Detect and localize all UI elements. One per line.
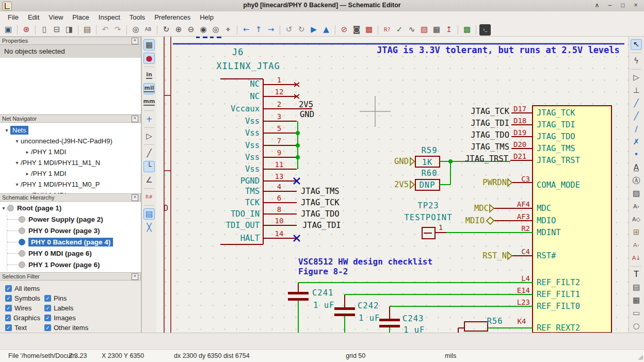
- refresh-icon[interactable]: ↻: [160, 24, 172, 36]
- add-text-icon[interactable]: T: [631, 269, 642, 280]
- filter-checkbox-other-items[interactable]: ✓Other items: [44, 324, 88, 332]
- scripting-console-icon[interactable]: ›_: [479, 24, 491, 36]
- add-text-box-icon[interactable]: ▤: [631, 282, 642, 293]
- add-symbol-icon[interactable]: ▷: [631, 72, 642, 83]
- zoom-to-selection-icon[interactable]: ⌖: [222, 24, 234, 36]
- close-icon[interactable]: ×: [132, 116, 138, 122]
- units-mils-icon[interactable]: mil: [143, 83, 155, 94]
- rotate-ccw-icon[interactable]: ↺: [283, 24, 295, 36]
- tree-expander-icon[interactable]: ▸: [24, 149, 31, 155]
- menu-inspect[interactable]: Inspect: [94, 12, 125, 22]
- assign-footprints-icon[interactable]: ▧: [418, 24, 430, 36]
- add-rule-area-icon[interactable]: ▨: [631, 188, 642, 199]
- filter-checkbox-text[interactable]: ✓Text: [5, 324, 40, 332]
- filter-checkbox-wires[interactable]: ✓Wires: [5, 304, 40, 312]
- tree-expander-icon[interactable]: ▸: [24, 171, 31, 176]
- mirror-horizontal-icon[interactable]: ▶: [308, 24, 319, 36]
- menu-edit[interactable]: Edit: [23, 12, 44, 22]
- panel-settings-icon[interactable]: ╳: [143, 222, 155, 233]
- add-no-connect-icon[interactable]: ✗: [631, 137, 642, 147]
- menu-help[interactable]: Help: [195, 12, 218, 22]
- close-icon[interactable]: ×: [132, 194, 138, 201]
- symbol-editor-icon[interactable]: ▩: [363, 24, 375, 36]
- import-sheet-pin-icon[interactable]: A↓: [631, 253, 642, 264]
- annotate-automatically-icon[interactable]: R#: [143, 191, 155, 203]
- add-bus-icon[interactable]: ╱: [631, 111, 642, 122]
- tree-expander-icon[interactable]: ▾: [13, 160, 21, 166]
- show-hidden-pins-icon[interactable]: ⊘: [339, 24, 350, 36]
- filter-checkbox-labels[interactable]: ✓Labels: [44, 304, 73, 312]
- 45deg-wires-icon[interactable]: ∠: [143, 174, 155, 186]
- zoom-out-icon[interactable]: ⊖: [185, 24, 197, 36]
- open-pcb-editor-icon[interactable]: ▩: [461, 24, 473, 36]
- menu-tools[interactable]: Tools: [125, 12, 150, 22]
- add-wire-icon[interactable]: ╱: [631, 98, 642, 109]
- add-junction-icon[interactable]: •: [631, 150, 642, 160]
- erc-icon[interactable]: ✓: [394, 24, 405, 36]
- schematic-setup-icon[interactable]: ⊛: [21, 24, 32, 36]
- window-close-button[interactable]: ×: [632, 1, 640, 9]
- net-tree-item[interactable]: ▸/PHY 1 MDI: [0, 146, 141, 157]
- add-power-symbol-icon[interactable]: ⊥: [631, 85, 642, 96]
- add-table-icon[interactable]: ▦: [631, 295, 642, 306]
- select-tool-icon[interactable]: ↖: [631, 39, 642, 50]
- schematic-canvas[interactable]: J6XILINX_JTAGNCNCVccauxVssVssVssVssVssPG…: [156, 37, 629, 333]
- hierarchy-sheet-item[interactable]: PHY 1 Power (page 6): [0, 259, 141, 270]
- annotate-icon[interactable]: R?: [381, 24, 393, 36]
- hierarchy-sheet-item[interactable]: Power Supply (page 2): [0, 213, 141, 225]
- add-sheet-pin-icon[interactable]: A›: [631, 240, 642, 251]
- rotate-cw-icon[interactable]: ↻: [296, 24, 307, 36]
- symbol-fields-table-icon[interactable]: ▦: [431, 24, 442, 36]
- window-maximize-button[interactable]: □: [619, 1, 627, 9]
- filter-checkbox-images[interactable]: ✓Images: [44, 314, 76, 322]
- net-tree-item[interactable]: ▸/PHY 1 MDI: [0, 168, 141, 179]
- add-net-label-icon[interactable]: A: [631, 162, 642, 173]
- hierarchy-sheet-item[interactable]: PHY 0 Backend (page 4): [0, 236, 141, 248]
- filter-checkbox-pins[interactable]: ✓Pins: [44, 294, 67, 302]
- highlight-net-icon[interactable]: ϟ: [631, 56, 642, 67]
- cursor-shape-icon[interactable]: +: [143, 113, 155, 125]
- add-circle-icon[interactable]: ○: [631, 321, 642, 332]
- menu-view[interactable]: View: [44, 12, 68, 22]
- menu-place[interactable]: Place: [68, 12, 94, 22]
- find-icon[interactable]: ◎: [130, 24, 141, 36]
- add-rectangle-icon[interactable]: ▭: [631, 308, 642, 319]
- hierarchy-navigator-icon[interactable]: ▤: [143, 208, 155, 220]
- export-bom-icon[interactable]: ↥: [443, 24, 455, 36]
- new-schematic-icon[interactable]: ▯: [39, 24, 50, 36]
- redo-icon[interactable]: ↷: [112, 24, 123, 36]
- tree-expander-icon[interactable]: ▾: [13, 182, 21, 187]
- tree-expander-icon[interactable]: ▾: [13, 138, 21, 144]
- save-icon[interactable]: ▣: [3, 24, 14, 36]
- close-icon[interactable]: ×: [132, 38, 138, 44]
- menu-preferences[interactable]: Preferences: [150, 12, 195, 22]
- simulator-icon[interactable]: ∿: [406, 24, 417, 36]
- add-netclass-directive-icon[interactable]: Ⓐ: [631, 175, 642, 186]
- add-sheet-icon[interactable]: ⊞: [631, 227, 642, 238]
- net-tree-item[interactable]: ▾Nets: [0, 125, 141, 136]
- net-tree-item[interactable]: ▾unconnected-(J9H-NC-PadH9): [0, 136, 141, 146]
- paste-icon[interactable]: ▤: [82, 24, 93, 36]
- navigate-forward-icon[interactable]: →: [265, 24, 277, 36]
- undo-icon[interactable]: ↶: [100, 24, 111, 36]
- net-tree-item[interactable]: ▾/PHY 1 MDI/PHY11_M0_P: [0, 179, 141, 190]
- navigate-back-icon[interactable]: ←: [240, 24, 252, 36]
- symbol-library-browser-icon[interactable]: ◙: [351, 24, 362, 36]
- print-icon[interactable]: ⊟: [51, 24, 62, 36]
- zoom-to-objects-icon[interactable]: ◎: [210, 24, 221, 36]
- hierarchy-sheet-item[interactable]: PHY 0 Power (page 3): [0, 225, 141, 236]
- menu-file[interactable]: File: [3, 12, 23, 22]
- filter-checkbox-graphics[interactable]: ✓Graphics: [5, 314, 40, 322]
- filter-checkbox-all-items[interactable]: ✓All items: [5, 285, 40, 292]
- units-mm-icon[interactable]: mm: [143, 96, 155, 108]
- navigate-up-icon[interactable]: ↑: [253, 24, 264, 36]
- hierarchy-sheet-item[interactable]: PHY 0 MDI (page 6): [0, 248, 141, 259]
- plot-icon[interactable]: ◨: [63, 24, 75, 36]
- net-tree-item[interactable]: ▾/PHY 1 MDI/PHY11_M1_N: [0, 157, 141, 168]
- zoom-in-icon[interactable]: ⊕: [173, 24, 184, 36]
- zoom-to-fit-icon[interactable]: ◉: [198, 24, 209, 36]
- add-bus-entry-icon[interactable]: ∕: [631, 124, 642, 135]
- add-hierarchical-label-icon[interactable]: A◇: [631, 214, 642, 225]
- show-hidden-pins-strip-icon[interactable]: ▷: [143, 130, 155, 142]
- window-shade-button[interactable]: ∧: [593, 1, 601, 9]
